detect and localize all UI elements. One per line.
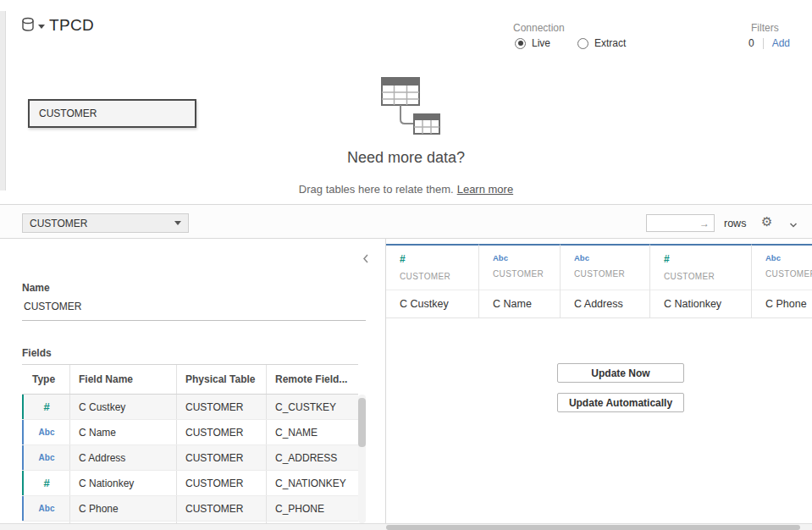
grid-column-table: CUSTOMER xyxy=(400,272,473,281)
string-type-icon: Abc xyxy=(39,504,55,513)
table-select-value: CUSTOMER xyxy=(30,218,87,229)
connection-label: Connection xyxy=(513,22,565,34)
column-header-physical-table[interactable]: Physical Table xyxy=(177,365,267,394)
radio-live-circle xyxy=(515,38,526,49)
number-type-icon: # xyxy=(664,253,746,265)
caret-down-icon xyxy=(38,25,45,29)
remote-field-cell: C_ADDRESS xyxy=(267,445,358,470)
empty-state-hint: Drag tables here to relate them. xyxy=(299,183,454,196)
radio-extract-circle xyxy=(577,38,588,49)
bottom-section: Name CUSTOMER Fields Type Field Name Phy… xyxy=(0,239,812,523)
string-type-icon: Abc xyxy=(574,253,644,262)
data-preview-panel: # CUSTOMER C Custkey Abc CUSTOMER C Name… xyxy=(386,239,812,523)
rows-limit-input[interactable] xyxy=(647,216,696,230)
gear-icon[interactable]: ⚙ xyxy=(761,214,772,229)
remote-field-cell: C_PHONE xyxy=(267,496,358,521)
string-type-icon: Abc xyxy=(39,428,55,437)
table-toolbar: CUSTOMER → rows ⚙ xyxy=(0,204,812,239)
column-header-type[interactable]: Type xyxy=(22,365,70,394)
grid-column-header[interactable]: # CUSTOMER C Custkey xyxy=(386,244,479,318)
table-row[interactable]: # C Custkey CUSTOMER C_CUSTKEY xyxy=(22,395,358,420)
remote-field-cell: C_NATIONKEY xyxy=(267,471,358,495)
fields-label: Fields xyxy=(22,347,52,359)
field-name-cell: C Custkey xyxy=(70,395,177,419)
collapse-panel-icon[interactable] xyxy=(362,252,370,268)
chevron-down-icon[interactable] xyxy=(788,218,798,233)
fields-table-body: # C Custkey CUSTOMER C_CUSTKEY Abc C Nam… xyxy=(22,395,358,523)
metadata-panel: Name CUSTOMER Fields Type Field Name Phy… xyxy=(0,239,386,523)
caret-down-icon xyxy=(174,221,181,225)
grid-column-field: C Address xyxy=(561,290,649,318)
horizontal-scrollbar-thumb[interactable] xyxy=(386,525,800,530)
physical-table-cell: CUSTOMER xyxy=(177,471,267,495)
field-name-cell: C Phone xyxy=(70,496,177,521)
fields-table: Type Field Name Physical Table Remote Fi… xyxy=(22,364,358,523)
name-label: Name xyxy=(22,282,50,294)
field-name-cell: C Address xyxy=(70,445,177,470)
remote-field-cell: C_CUSTKEY xyxy=(267,395,358,419)
remote-field-cell: C_NAME xyxy=(267,420,358,444)
grid-column-header[interactable]: Abc CUSTOMER C Name xyxy=(479,244,561,318)
grid-column-table: CUSTOMER xyxy=(664,272,746,281)
grid-column-field: C Custkey xyxy=(386,290,478,318)
physical-table-cell: CUSTOMER xyxy=(177,496,267,521)
connection-radio-group: Live Extract xyxy=(515,37,626,49)
string-type-icon: Abc xyxy=(39,453,55,462)
number-type-icon: # xyxy=(400,253,473,265)
column-header-remote-field[interactable]: Remote Field... xyxy=(267,365,358,394)
vertical-scrollbar-thumb[interactable] xyxy=(358,398,366,447)
learn-more-link[interactable]: Learn more xyxy=(457,183,513,196)
filters-separator xyxy=(763,38,764,49)
update-now-button[interactable]: Update Now xyxy=(557,363,684,383)
table-select-dropdown[interactable]: CUSTOMER xyxy=(22,213,189,233)
grid-column-table: CUSTOMER xyxy=(765,269,812,279)
table-row[interactable]: Abc C Name CUSTOMER C_NAME xyxy=(22,420,358,445)
filters-count: 0 xyxy=(748,37,754,49)
arrow-right-icon[interactable]: → xyxy=(699,218,714,229)
filters-label: Filters xyxy=(751,22,779,34)
number-type-icon: # xyxy=(43,400,49,413)
grid-column-table: CUSTOMER xyxy=(574,269,644,279)
database-icon xyxy=(20,17,36,36)
grid-column-header[interactable]: Abc CUSTOMER C Phone xyxy=(752,244,812,318)
physical-table-cell: CUSTOMER xyxy=(177,420,267,444)
table-row[interactable]: Abc C Address CUSTOMER C_ADDRESS xyxy=(22,445,358,471)
radio-live[interactable]: Live xyxy=(515,37,550,49)
table-row[interactable]: # C Nationkey CUSTOMER C_NATIONKEY xyxy=(22,471,358,496)
preview-grid-header: # CUSTOMER C Custkey Abc CUSTOMER C Name… xyxy=(386,244,812,318)
grid-column-field: C Nationkey xyxy=(650,290,751,318)
datasource-title[interactable]: TPCD xyxy=(49,16,94,35)
field-name-cell: C Name xyxy=(70,420,177,444)
field-name-cell: C Nationkey xyxy=(70,471,177,495)
datasource-menu[interactable] xyxy=(20,17,45,36)
grid-column-header[interactable]: Abc CUSTOMER C Address xyxy=(561,244,650,318)
horizontal-scrollbar[interactable] xyxy=(0,523,812,530)
string-type-icon: Abc xyxy=(765,253,812,262)
filters-row: 0 Add xyxy=(748,37,790,49)
update-automatically-button[interactable]: Update Automatically xyxy=(557,393,684,412)
empty-state-title: Need more data? xyxy=(0,149,812,167)
number-type-icon: # xyxy=(43,477,49,489)
radio-extract[interactable]: Extract xyxy=(577,37,626,49)
table-row[interactable]: Abc C Phone CUSTOMER C_PHONE xyxy=(22,496,358,522)
grid-column-table: CUSTOMER xyxy=(493,269,555,279)
rows-limit-box: → xyxy=(646,214,715,232)
radio-live-label: Live xyxy=(532,37,550,49)
rows-label: rows xyxy=(724,218,746,229)
vertical-scrollbar[interactable] xyxy=(358,395,366,523)
canvas-table-customer[interactable]: CUSTOMER xyxy=(28,99,196,128)
empty-state-subtitle: Drag tables here to relate them.Learn mo… xyxy=(0,183,812,196)
table-name-field[interactable]: CUSTOMER xyxy=(22,298,366,321)
filters-add-link[interactable]: Add xyxy=(772,37,790,49)
grid-column-header[interactable]: # CUSTOMER C Nationkey xyxy=(650,244,752,318)
column-header-field-name[interactable]: Field Name xyxy=(70,365,177,394)
fields-table-header: Type Field Name Physical Table Remote Fi… xyxy=(22,365,358,395)
radio-extract-label: Extract xyxy=(594,37,626,49)
grid-column-field: C Phone xyxy=(752,290,812,318)
physical-table-cell: CUSTOMER xyxy=(177,395,267,419)
grid-column-field: C Name xyxy=(479,290,560,318)
physical-table-cell: CUSTOMER xyxy=(177,445,267,470)
need-more-data-illustration xyxy=(369,76,450,141)
string-type-icon: Abc xyxy=(493,253,555,262)
